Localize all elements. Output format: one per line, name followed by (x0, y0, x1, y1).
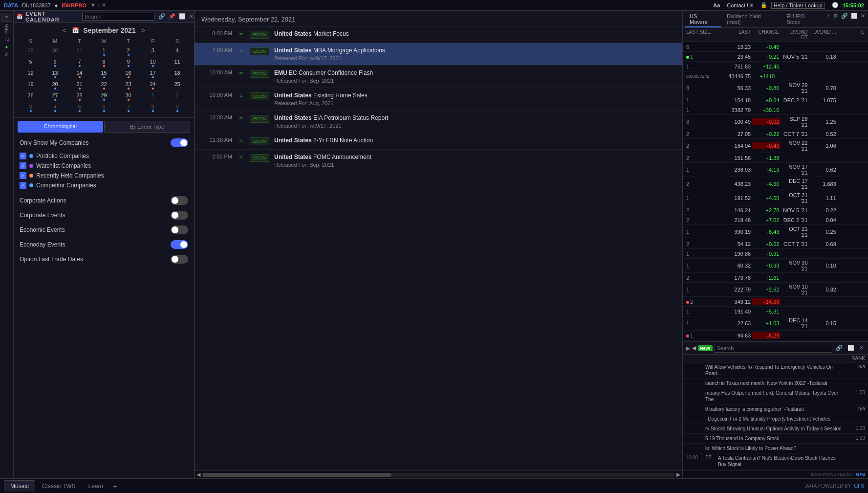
cal-day-2[interactable]: 2 (116, 46, 140, 56)
news-item[interactable]: ry Stocks Showing Unusual Options Activi… (683, 424, 868, 434)
scroll-track[interactable] (202, 473, 674, 477)
cal-day-29[interactable]: 29 (92, 91, 116, 101)
cb-recently-held-check[interactable]: ✓ (20, 172, 26, 179)
cal-day-12[interactable]: 12 (19, 68, 43, 79)
news-expand-icon[interactable]: ▶ (686, 345, 690, 352)
cal-day-27[interactable]: 27 (43, 91, 67, 101)
cal-day-28[interactable]: 28 (67, 91, 91, 101)
table-row[interactable]: 1 23.45 +0.21 NOV 5 '21 0.18 (683, 52, 868, 62)
cal-day-14[interactable]: 14 (67, 68, 91, 79)
col-dvdnd-amt[interactable]: DVDND ... (811, 29, 838, 41)
corporate-actions-toggle[interactable] (171, 196, 188, 205)
table-row[interactable]: 1 22.63 +1.03 DEC 14 '21 0.15 (683, 316, 868, 331)
prev-month-button[interactable]: < (61, 26, 68, 34)
checkbox-recently-held[interactable]: ✓ Recently Held Companies (20, 171, 188, 180)
col-last[interactable]: LAST (726, 29, 752, 41)
col-change[interactable]: CHANGE (754, 29, 781, 41)
table-row[interactable]: 1 298.93 +4.13 NOV 17 '21 0.62 (683, 163, 868, 177)
cal-day-prev-29[interactable]: 29 (19, 46, 43, 56)
table-row[interactable]: 1 751.83 +12.45 (683, 62, 868, 71)
scroll-right-btn[interactable]: ▶ (676, 471, 680, 478)
table-row[interactable]: 2 146.21 +2.78 NOV 5 '21 0.22 (683, 205, 868, 215)
tab-gear-icon[interactable]: ⚙ (832, 12, 839, 27)
tab-us-movers[interactable]: US Movers (685, 12, 721, 27)
news-close-icon[interactable]: ✕ (858, 345, 865, 351)
news-item[interactable]: le: Which Stock is Likely to Power Ahead… (683, 444, 868, 453)
cal-day-17[interactable]: 17 (141, 68, 165, 79)
col-last-size[interactable]: LAST SIZE (685, 29, 724, 41)
event-item-3[interactable]: 10:00 AM ≈ ECON EMU EC Consumer Confiden… (195, 66, 682, 88)
corporate-events-toggle[interactable] (171, 211, 188, 220)
news-item[interactable]: Will Allow Vehicles To Respond To Emerge… (683, 362, 868, 379)
cal-day-19[interactable]: 19 (19, 80, 43, 90)
cal-day-next-1[interactable]: 1 (141, 91, 165, 101)
font-aa[interactable]: Aa (713, 2, 720, 8)
cal-day-11[interactable]: 11 (165, 57, 189, 67)
maximize-icon[interactable]: ⬜ (178, 13, 187, 20)
link-icon[interactable]: 🔗 (157, 13, 166, 20)
cb-watchlist-check[interactable]: ✓ (20, 162, 26, 169)
table-row[interactable]: 6 13.23 +0.46 (683, 42, 868, 52)
table-row[interactable]: 1 191.40 +5.31 (683, 307, 868, 316)
event-item-2[interactable]: 7:00 AM ≈ ECON United States MBA Mortgag… (195, 43, 682, 66)
tab-close-icon[interactable]: ✕ (860, 12, 866, 27)
cal-day-next-4[interactable]: 4 (43, 102, 67, 112)
cal-day-23[interactable]: 23 (116, 80, 140, 90)
event-item-1[interactable]: 8:00 PM ≈ ECON United States Market Focu… (195, 26, 682, 43)
cal-day-30[interactable]: 30 (116, 91, 140, 101)
help-ticker[interactable]: Help / Ticker Lookup (771, 2, 825, 9)
scroll-left-btn[interactable]: ◀ (196, 471, 200, 478)
cal-day-9[interactable]: 9 (116, 57, 140, 67)
cal-day-20[interactable]: 20 (43, 80, 67, 90)
sidebar-btn-1[interactable]: ≡ (1, 13, 12, 22)
table-row[interactable]: 1 222.79 +2.62 NOV 10 '21 0.32 (683, 283, 868, 297)
table-row[interactable]: 3 100.49 -0.02 SEP 28 '21 1.25 (683, 115, 868, 129)
table-row[interactable]: 1 3382.79 +39.16 (683, 105, 868, 115)
cal-day-prev-31[interactable]: 31 (67, 46, 91, 56)
news-item[interactable]: : Dogecoin For 2 Multifamily Property In… (683, 414, 868, 424)
broker-controls[interactable]: ▼ ≡ ✕ (90, 2, 106, 8)
cal-day-15[interactable]: 15 (92, 68, 116, 79)
cb-portfolio-check[interactable]: ✓ (20, 153, 26, 159)
table-row[interactable]: 2 343.12 -14.36 (683, 297, 868, 307)
calendar-grid-icon[interactable]: 📅 (72, 27, 79, 34)
tab-dividend-yield[interactable]: Dividend Yield (mod) (722, 12, 781, 27)
table-row[interactable]: 1 390.19 +8.43 OCT 21 '21 0.25 (683, 225, 868, 239)
pin-icon[interactable]: 📌 (168, 13, 176, 20)
bottom-add-button[interactable]: + (110, 482, 120, 490)
cal-day-next-8[interactable]: 8 (141, 102, 165, 112)
table-row[interactable]: 2 54.12 +0.62 OCT 7 '21 0.69 (683, 239, 868, 249)
table-row[interactable]: 2 151.56 +1.38 (683, 153, 868, 163)
cal-day-next-7[interactable]: 7 (116, 102, 140, 112)
news-item[interactable]: mpany Has Outperformed Ford, General Mot… (683, 388, 868, 404)
checkbox-competitor[interactable]: ✓ Competitor Companies (20, 180, 188, 190)
checkbox-portfolio[interactable]: ✓ Portfolio Companies (20, 151, 188, 161)
event-item-7[interactable]: 2:00 PM ≈ ECON United States FOMC Announ… (195, 150, 682, 172)
tab-eu-ipo[interactable]: EU IPO Stock (781, 12, 824, 27)
main-scrollbar[interactable]: ◀ ▶ (195, 471, 682, 478)
table-row[interactable]: 2 27.05 +0.22 OCT 7 '21 0.52 (683, 129, 868, 139)
table-row[interactable]: 2 438.23 +4.60 DEC 17 '21 1.683 (683, 177, 868, 191)
table-row[interactable]: 2 164.04 -0.49 NOV 22 '21 1.06 (683, 139, 868, 153)
cal-day-4[interactable]: 4 (165, 46, 189, 56)
cal-day-next-5[interactable]: 5 (67, 102, 91, 112)
event-item-5[interactable]: 10:30 AM ≈ ECON United States EIA Petrol… (195, 111, 682, 133)
table-row[interactable]: 1 191.52 +4.60 OCT 21 '21 1.11 (683, 191, 868, 205)
cb-competitor-check[interactable]: ✓ (20, 182, 26, 189)
option-last-trade-toggle[interactable] (171, 255, 188, 264)
cal-day-1[interactable]: 1 (92, 46, 116, 56)
cal-day-16[interactable]: 16 (116, 68, 140, 79)
econoday-events-toggle[interactable] (171, 240, 188, 249)
next-month-button[interactable]: > (140, 26, 147, 34)
news-maximize-icon[interactable]: ⬜ (846, 345, 856, 351)
tab-by-event-type[interactable]: By Event Type (104, 121, 191, 133)
news-link-icon[interactable]: 🔗 (834, 345, 844, 351)
bottom-tab-classic[interactable]: Classic TWS (36, 481, 81, 492)
table-row[interactable]: 8 56.33 +0.80 NOV 29 '21 0.70 (683, 81, 868, 95)
cal-day-24[interactable]: 24 (141, 80, 165, 90)
contact-us[interactable]: Contact Us (727, 2, 753, 8)
checkbox-watchlist[interactable]: ✓ Watchlist Companies (20, 161, 188, 171)
news-item[interactable]: launch in Texas next month, New York in … (683, 379, 868, 388)
cal-day-next-9[interactable]: 9 (165, 102, 189, 112)
bottom-tab-mosaic[interactable]: Mosaic (4, 480, 35, 492)
